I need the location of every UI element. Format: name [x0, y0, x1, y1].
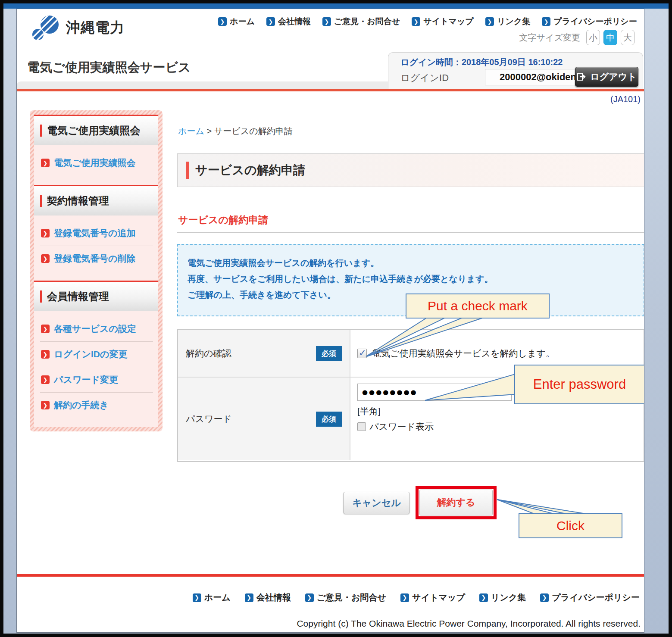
footer-nav-sitemap[interactable]: ❯サイトマップ	[400, 592, 465, 603]
okiden-logo-icon	[31, 14, 60, 41]
chevron-right-icon: ❯	[41, 159, 50, 167]
footer-nav-contact[interactable]: ❯ご意見・お問合せ	[305, 592, 386, 603]
sidebar-item-service-settings[interactable]: ❯ 各種サービスの設定	[40, 316, 153, 341]
annotation-click: Click	[519, 513, 622, 538]
red-bar	[186, 162, 189, 179]
footer-red-line	[17, 574, 644, 577]
chevron-right-icon: ❯	[266, 17, 275, 26]
password-format-hint: [半角]	[357, 405, 644, 417]
sidebar-item-change-login-id[interactable]: ❯ ログインIDの変更	[40, 341, 153, 367]
top-blue-bar	[3, 3, 669, 9]
text-size-changer: 文字サイズ変更 小 中 大	[519, 30, 634, 45]
nav-privacy-policy[interactable]: ❯プライバシーポリシー	[542, 16, 637, 27]
company-logo[interactable]: 沖縄電力	[31, 14, 125, 41]
sidebar-section-contract: 契約情報管理	[34, 185, 158, 215]
chevron-right-icon: ❯	[540, 593, 549, 602]
chevron-right-icon: ❯	[41, 254, 50, 263]
nav-links[interactable]: ❯リンク集	[485, 16, 530, 27]
red-bar	[40, 195, 42, 207]
red-highlight-box: 解約する	[416, 486, 497, 519]
sidebar-item-add-electric-number[interactable]: ❯ 登録電気番号の追加	[40, 221, 153, 246]
nav-contact[interactable]: ❯ご意見・お問合せ	[322, 16, 400, 27]
footer-nav-company-info[interactable]: ❯会社情報	[245, 592, 291, 603]
chevron-right-icon: ❯	[41, 229, 50, 237]
page: 沖縄電力 ❯ホーム ❯会社情報 ❯ご意見・お問合せ ❯サイトマップ ❯リンク集 …	[16, 9, 644, 633]
chevron-right-icon: ❯	[245, 593, 253, 602]
annotation-enter-password: Enter password	[514, 365, 644, 404]
text-size-small-button[interactable]: 小	[586, 30, 600, 45]
annotation-put-check-mark: Put a check mark	[406, 294, 550, 318]
orange-divider	[17, 89, 644, 91]
breadcrumb: ホーム > サービスの解約申請	[178, 125, 293, 137]
row-label-cell: 解約の確認 必須	[178, 330, 350, 377]
sidebar-item-usage-inquiry[interactable]: ❯ 電気ご使用実績照会	[40, 150, 153, 175]
site-title: 電気ご使用実績照会サービス	[27, 59, 191, 76]
sidebar: 電気ご使用実績照会 ❯ 電気ご使用実績照会 契約情報管理 ❯ 登録電気番号の追加	[30, 110, 163, 431]
cancellation-confirm-label: 電気ご使用実績照会サービスを解約します。	[372, 347, 555, 359]
nav-sitemap[interactable]: ❯サイトマップ	[412, 16, 474, 27]
sidebar-item-change-password[interactable]: ❯ パスワード変更	[40, 367, 153, 392]
red-bar	[40, 290, 42, 303]
page-title-box: サービスの解約申請	[177, 153, 644, 187]
logo-text: 沖縄電力	[66, 18, 125, 37]
row-label-cell: パスワード 必須	[178, 378, 350, 460]
section-divider	[177, 232, 644, 233]
chevron-right-icon: ❯	[41, 375, 50, 384]
chevron-right-icon: ❯	[322, 17, 331, 26]
cancellation-confirm-checkbox[interactable]	[357, 349, 367, 358]
breadcrumb-current: サービスの解約申請	[214, 126, 293, 136]
footer-nav-home[interactable]: ❯ホーム	[193, 592, 231, 603]
sidebar-item-delete-electric-number[interactable]: ❯ 登録電気番号の削除	[40, 246, 153, 271]
sidebar-section-usage: 電気ご使用実績照会	[34, 115, 158, 145]
notice-line: 電気ご使用実績照会サービスの解約を行います。	[188, 255, 634, 271]
chevron-right-icon: ❯	[412, 17, 420, 26]
nav-company-info[interactable]: ❯会社情報	[266, 16, 311, 27]
logout-label: ログアウト	[590, 71, 636, 83]
footer-nav: ❯ホーム ❯会社情報 ❯ご意見・お問合せ ❯サイトマップ ❯リンク集 ❯プライバ…	[193, 592, 640, 603]
login-info-panel: ログイン時間：2018年05月09日 16:10:22 ログインID 20000…	[388, 52, 643, 89]
cancel-button[interactable]: キャンセル	[343, 492, 410, 514]
chevron-right-icon: ❯	[41, 350, 50, 359]
chevron-right-icon: ❯	[41, 325, 50, 333]
chevron-right-icon: ❯	[479, 593, 488, 602]
logout-icon	[577, 72, 586, 81]
header-nav: ❯ホーム ❯会社情報 ❯ご意見・お問合せ ❯サイトマップ ❯リンク集 ❯プライバ…	[218, 16, 637, 27]
cancel-service-submit-button[interactable]: 解約する	[419, 490, 493, 515]
screenshot-frame: 沖縄電力 ❯ホーム ❯会社情報 ❯ご意見・お問合せ ❯サイトマップ ❯リンク集 …	[0, 0, 672, 637]
browser-viewport: 沖縄電力 ❯ホーム ❯会社情報 ❯ご意見・お問合せ ❯サイトマップ ❯リンク集 …	[3, 3, 669, 634]
red-bar	[40, 125, 42, 137]
copyright: Copyright (c) The Okinawa Electric Power…	[297, 618, 641, 629]
footer-nav-privacy-policy[interactable]: ❯プライバシーポリシー	[540, 592, 640, 603]
page-title: サービスの解約申請	[195, 162, 305, 178]
page-code: (JA101)	[610, 94, 641, 104]
nav-home[interactable]: ❯ホーム	[218, 16, 255, 27]
login-id-label: ログインID	[400, 72, 449, 84]
sidebar-item-cancellation-procedure[interactable]: ❯ 解約の手続き	[40, 392, 153, 418]
chevron-right-icon: ❯	[218, 17, 227, 26]
breadcrumb-home-link[interactable]: ホーム	[178, 126, 204, 136]
footer-nav-links[interactable]: ❯リンク集	[479, 592, 526, 603]
login-time: ログイン時間：2018年05月09日 16:10:22	[400, 56, 563, 68]
chevron-right-icon: ❯	[485, 17, 494, 26]
chevron-right-icon: ❯	[542, 17, 550, 26]
text-size-medium-button[interactable]: 中	[603, 30, 617, 45]
show-password-label: パスワード表示	[369, 421, 434, 433]
main-content: ホーム > サービスの解約申請 サービスの解約申請 サービスの解約申請 電気ご使…	[177, 112, 644, 569]
text-size-large-button[interactable]: 大	[621, 30, 634, 45]
required-badge: 必須	[316, 346, 342, 361]
required-badge: 必須	[316, 412, 342, 427]
section-heading: サービスの解約申請	[178, 213, 268, 227]
password-input[interactable]	[357, 384, 512, 401]
chevron-right-icon: ❯	[400, 593, 409, 602]
chevron-right-icon: ❯	[193, 593, 201, 602]
chevron-right-icon: ❯	[41, 401, 50, 409]
breadcrumb-separator: >	[207, 126, 212, 136]
logout-button[interactable]: ログアウト	[575, 67, 638, 87]
chevron-right-icon: ❯	[305, 593, 314, 602]
notice-line: 再度、サービスをご利用したい場合は、新たに申込手続きが必要となります。	[188, 271, 634, 287]
text-size-label: 文字サイズ変更	[519, 32, 580, 44]
show-password-checkbox[interactable]	[357, 422, 366, 431]
sidebar-section-member: 会員情報管理	[34, 281, 158, 311]
